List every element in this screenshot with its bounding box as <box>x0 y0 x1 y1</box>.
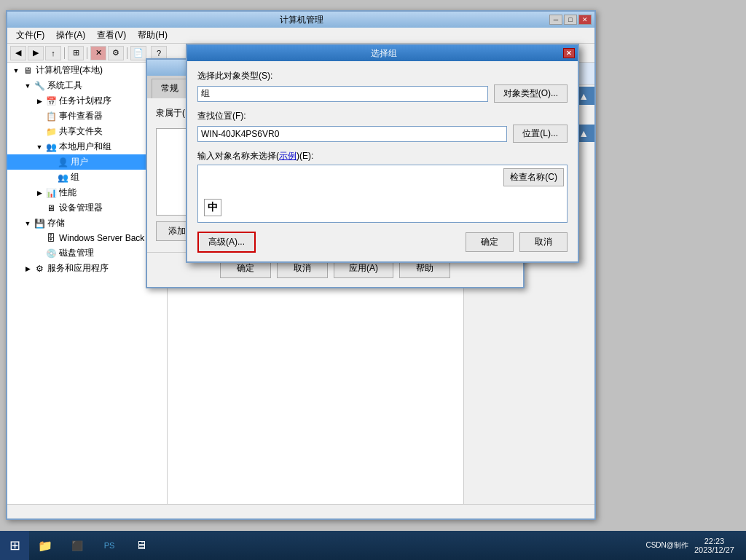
select-group-dialog: 选择组 ✕ 选择此对象类型(S): 对象类型(O)... 查找位置(F): 位置… <box>186 44 579 263</box>
explorer-icon: 📁 <box>38 539 52 553</box>
ftp-tab-general[interactable]: 常规 <box>152 79 188 98</box>
users-icon: 👥 <box>45 141 57 153</box>
tree-systools-label: 系统工具 <box>47 79 82 92</box>
tree-task-label: 任务计划程序 <box>59 95 111 107</box>
tree-svcapp-expander[interactable]: ▶ <box>22 263 34 275</box>
tree-event-viewer[interactable]: 📋 事件查看器 <box>7 109 167 124</box>
tree-groups[interactable]: 👥 组 <box>7 170 167 185</box>
tree-storage-expander[interactable]: ▼ <box>22 218 34 229</box>
tree-task-expander[interactable]: ▶ <box>34 95 45 107</box>
sg-enter-section: 输入对象名称来选择(示例)(E): 检查名称(C) 中 <box>197 150 568 223</box>
tree-task-scheduler[interactable]: ▶ 📅 任务计划程序 <box>7 93 167 109</box>
tree-wsb-expander <box>34 232 45 244</box>
taskbar-tray: CSDN@制作 22:23 2023/12/27 <box>640 537 746 554</box>
tree-root-expander[interactable]: ▼ <box>10 65 22 76</box>
cm-close-btn[interactable]: ✕ <box>578 15 592 25</box>
taskbar-clock[interactable]: 22:23 2023/12/27 <box>694 537 740 554</box>
tree-root-label: 计算机管理(本地) <box>36 64 103 76</box>
tree-perf-label: 性能 <box>59 186 76 199</box>
toolbar-show-hide-btn[interactable]: ⊞ <box>68 46 84 60</box>
tree-users-label: 用户 <box>71 156 88 168</box>
device-icon: 🖥 <box>45 202 57 214</box>
computer-icon: 🖥 <box>22 65 34 76</box>
cm-maximize-btn[interactable]: □ <box>564 15 577 25</box>
sg-location-btn[interactable]: 位置(L)... <box>513 125 568 143</box>
cm-window-controls: ─ □ ✕ <box>549 15 592 25</box>
tree-root[interactable]: ▼ 🖥 计算机管理(本地) <box>7 63 167 78</box>
sg-ime-indicator: 中 <box>204 199 221 216</box>
tree-groups-label: 组 <box>71 171 79 184</box>
sg-obj-type-input[interactable] <box>197 86 488 102</box>
sg-location-input[interactable] <box>197 126 507 142</box>
user-icon: 👤 <box>57 157 68 168</box>
tree-storage[interactable]: ▼ 💾 存储 <box>7 216 167 231</box>
tree-users-expander <box>45 157 57 168</box>
taskbar-item-cmd[interactable]: ⬛ <box>61 531 93 560</box>
cm-minimize-btn[interactable]: ─ <box>549 15 562 25</box>
cm-menu-bar: 文件(F) 操作(A) 查看(V) 帮助(H) <box>7 28 594 44</box>
group-icon: 👥 <box>57 172 68 184</box>
tree-services-apps[interactable]: ▶ ⚙ 服务和应用程序 <box>7 261 167 276</box>
tree-disk-mgmt[interactable]: 💿 磁盘管理 <box>7 245 167 261</box>
menu-view[interactable]: 查看(V) <box>91 28 132 43</box>
menu-help[interactable]: 帮助(H) <box>132 28 173 43</box>
sg-location-label: 查找位置(F): <box>197 110 568 122</box>
services-icon: ⚙ <box>34 263 45 275</box>
cm-statusbar <box>7 504 594 518</box>
toolbar-properties-btn[interactable]: ⚙ <box>108 46 124 60</box>
clock-time: 22:23 <box>694 537 734 545</box>
tree-system-tools[interactable]: ▼ 🔧 系统工具 <box>7 78 167 93</box>
tree-localusers-expander[interactable]: ▼ <box>34 141 45 153</box>
clock-date: 2023/12/27 <box>694 545 734 554</box>
toolbar-back-btn[interactable]: ◀ <box>10 46 26 60</box>
taskbar-item-explorer[interactable]: 📁 <box>29 531 61 560</box>
sg-example-link[interactable]: 示例 <box>279 151 297 161</box>
storage-icon: 💾 <box>34 218 45 229</box>
start-icon: ⊞ <box>9 537 20 553</box>
tree-systools-expander[interactable]: ▼ <box>22 80 34 92</box>
tree-svcapp-label: 服务和应用程序 <box>47 262 109 275</box>
tree-performance[interactable]: ▶ 📊 性能 <box>7 185 167 200</box>
tree-shared-expander[interactable] <box>34 126 45 138</box>
tree-perf-expander[interactable]: ▶ <box>34 187 45 199</box>
sg-close-btn[interactable]: ✕ <box>563 48 575 58</box>
servermgr-icon: 🖥 <box>136 539 147 552</box>
toolbar-export-btn[interactable]: 📄 <box>130 46 146 60</box>
toolbar-sep1 <box>64 47 65 59</box>
powershell-icon: PS <box>104 541 115 550</box>
sg-check-names-btn[interactable]: 检查名称(C) <box>503 168 564 186</box>
toolbar-delete-btn[interactable]: ✕ <box>90 46 106 60</box>
tree-local-users[interactable]: ▼ 👥 本地用户和组 <box>7 139 167 154</box>
cmd-icon: ⬛ <box>71 540 83 551</box>
tree-devmgr-label: 设备管理器 <box>59 202 103 214</box>
taskbar-item-powershell[interactable]: PS <box>93 531 125 560</box>
toolbar-sep3 <box>127 47 127 59</box>
sg-location-row: 位置(L)... <box>197 125 568 143</box>
tree-disk-label: 磁盘管理 <box>59 247 94 259</box>
right-panel-ftp-arrow: ▲ <box>578 127 589 139</box>
tray-text: CSDN@制作 <box>645 540 688 551</box>
toolbar-forward-btn[interactable]: ▶ <box>28 46 44 60</box>
sg-ok-btn[interactable]: 确定 <box>466 232 514 252</box>
sg-location-section: 查找位置(F): 位置(L)... <box>197 110 568 143</box>
sg-titlebar: 选择组 ✕ <box>187 45 578 61</box>
taskbar-items: 📁 ⬛ PS 🖥 <box>29 531 640 560</box>
tree-winserver-back[interactable]: 🗄 Windows Server Back <box>7 231 167 245</box>
sg-obj-type-btn[interactable]: 对象类型(O)... <box>494 84 568 103</box>
sg-obj-type-label: 选择此对象类型(S): <box>197 70 568 82</box>
calendar-icon: 📅 <box>45 95 57 107</box>
start-button[interactable]: ⊞ <box>0 531 29 560</box>
taskbar-item-servermgr[interactable]: 🖥 <box>125 531 157 560</box>
sg-cancel-btn[interactable]: 取消 <box>519 232 568 252</box>
tree-shared-folders[interactable]: 📁 共享文件夹 <box>7 124 167 139</box>
menu-action[interactable]: 操作(A) <box>50 28 91 43</box>
tools-icon: 🔧 <box>34 80 45 92</box>
cm-titlebar: 计算机管理 ─ □ ✕ <box>7 12 594 28</box>
tree-wsb-label: Windows Server Back <box>59 233 144 243</box>
sg-advanced-btn[interactable]: 高级(A)... <box>197 232 256 253</box>
tree-event-expander[interactable] <box>34 111 45 122</box>
tree-device-manager[interactable]: 🖥 设备管理器 <box>7 200 167 216</box>
menu-file[interactable]: 文件(F) <box>10 28 50 43</box>
toolbar-up-btn[interactable]: ↑ <box>45 46 61 60</box>
tree-users[interactable]: 👤 用户 <box>7 154 167 170</box>
